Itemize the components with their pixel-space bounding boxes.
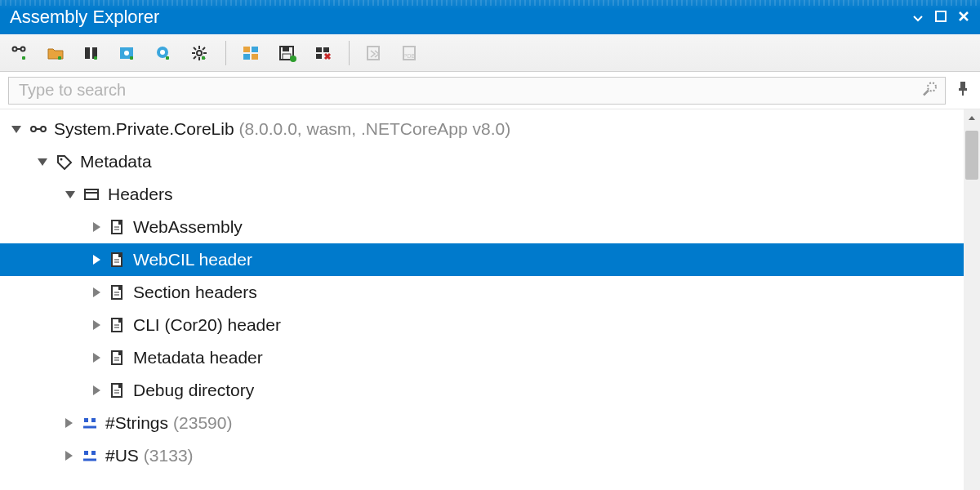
node-label: System.Private.CoreLib (54, 119, 234, 139)
svg-line-18 (194, 56, 196, 59)
save-button[interactable] (277, 43, 298, 63)
tree-node-us[interactable]: #US (3133) (0, 439, 964, 472)
svg-point-33 (928, 82, 936, 91)
node-label: WebAssembly (133, 217, 243, 237)
expand-arrow-icon[interactable] (93, 222, 100, 232)
open-pdb-button[interactable]: PDB (400, 43, 421, 63)
expand-arrow-icon[interactable] (65, 451, 73, 461)
node-label: #US (105, 446, 139, 466)
search-row (0, 72, 980, 109)
tree-node-webassembly[interactable]: WebAssembly (0, 211, 964, 243)
tree-node-cli-header[interactable]: CLI (Cor20) header (0, 309, 964, 341)
svg-rect-29 (316, 54, 322, 59)
open-assembly-button[interactable] (10, 43, 31, 63)
expand-arrow-icon[interactable] (11, 126, 21, 133)
svg-rect-20 (252, 47, 258, 52)
vertical-scrollbar[interactable] (964, 109, 980, 490)
node-detail: (8.0.0.0, wasm, .NETCoreApp v8.0) (239, 119, 511, 139)
svg-rect-53 (118, 286, 122, 290)
expand-arrow-icon[interactable] (65, 191, 75, 198)
open-dotnet-button[interactable] (118, 43, 139, 63)
node-label: #Strings (105, 413, 168, 433)
node-label: Metadata (80, 152, 152, 172)
svg-line-15 (194, 47, 196, 50)
expand-arrow-icon[interactable] (93, 255, 100, 265)
open-gac-button[interactable] (154, 43, 175, 63)
document-icon (109, 316, 127, 334)
maximize-button[interactable] (929, 6, 952, 29)
close-button[interactable] (952, 6, 975, 29)
node-count: (3133) (144, 446, 194, 466)
scroll-up-button[interactable] (964, 109, 980, 126)
document-icon (109, 349, 127, 367)
svg-rect-27 (316, 47, 322, 52)
tree-node-section-headers[interactable]: Section headers (0, 276, 964, 309)
svg-rect-0 (936, 11, 946, 21)
search-icon (921, 80, 939, 100)
tag-icon (56, 153, 74, 171)
svg-rect-24 (283, 47, 289, 51)
heap-icon (81, 447, 99, 465)
svg-point-39 (41, 127, 46, 131)
svg-rect-45 (118, 220, 122, 225)
tree-node-metadata-header[interactable]: Metadata header (0, 341, 964, 374)
heap-icon (81, 414, 99, 432)
document-icon (109, 218, 127, 236)
tree-node-strings[interactable]: #Strings (23590) (0, 407, 964, 439)
svg-point-41 (60, 158, 63, 161)
expand-arrow-icon[interactable] (93, 320, 100, 330)
svg-rect-69 (91, 418, 96, 422)
node-label: WebCIL header (133, 250, 252, 270)
headers-icon (83, 185, 101, 203)
tree-node-debug-directory[interactable]: Debug directory (0, 374, 964, 407)
svg-rect-57 (118, 318, 122, 323)
svg-point-2 (21, 47, 25, 51)
document-icon (109, 251, 127, 269)
close-icon (958, 8, 969, 26)
expand-arrow-icon[interactable] (93, 353, 100, 363)
svg-rect-72 (91, 451, 96, 455)
toolbar-separator (225, 41, 226, 65)
svg-point-26 (290, 56, 296, 62)
assembly-icon (29, 120, 47, 138)
node-label: Debug directory (133, 381, 254, 400)
document-icon (109, 283, 127, 301)
svg-rect-68 (84, 418, 88, 422)
pin-button[interactable] (954, 82, 972, 100)
tree-node-metadata[interactable]: Metadata (0, 145, 964, 178)
maximize-icon (935, 8, 947, 26)
settings-button[interactable] (189, 43, 211, 63)
document-icon (109, 381, 127, 399)
search-input[interactable] (8, 77, 946, 105)
expand-arrow-icon[interactable] (93, 287, 100, 297)
expand-arrow-icon[interactable] (38, 158, 47, 166)
tree-view[interactable]: System.Private.CoreLib (8.0.0.0, wasm, .… (0, 109, 964, 490)
tree-node-headers[interactable]: Headers (0, 178, 964, 211)
view-grid-button[interactable] (241, 43, 262, 63)
svg-text:PDB: PDB (403, 53, 416, 59)
svg-rect-61 (118, 351, 122, 355)
svg-rect-28 (323, 47, 329, 52)
svg-point-1 (13, 47, 17, 51)
node-count: (23590) (173, 413, 232, 433)
svg-rect-22 (252, 54, 258, 60)
svg-rect-36 (959, 88, 967, 91)
svg-rect-42 (85, 189, 98, 199)
node-label: CLI (Cor20) header (133, 315, 281, 335)
dropdown-button[interactable] (906, 6, 929, 29)
svg-rect-4 (85, 47, 90, 59)
svg-point-10 (197, 51, 202, 56)
expand-arrow-icon[interactable] (65, 418, 73, 428)
send-to-vs-button[interactable] (364, 43, 385, 63)
svg-point-7 (124, 51, 129, 56)
tree-node-assembly[interactable]: System.Private.CoreLib (8.0.0.0, wasm, .… (0, 113, 964, 145)
tree-node-webcil[interactable]: WebCIL header (0, 243, 964, 276)
expand-arrow-icon[interactable] (93, 385, 100, 395)
scroll-thumb[interactable] (965, 131, 978, 180)
clear-button[interactable] (313, 43, 334, 63)
svg-rect-49 (118, 253, 122, 257)
node-label: Metadata header (133, 348, 263, 368)
open-nuget-button[interactable] (82, 43, 103, 63)
toolbar-separator (349, 41, 350, 65)
open-folder-button[interactable] (46, 43, 67, 63)
